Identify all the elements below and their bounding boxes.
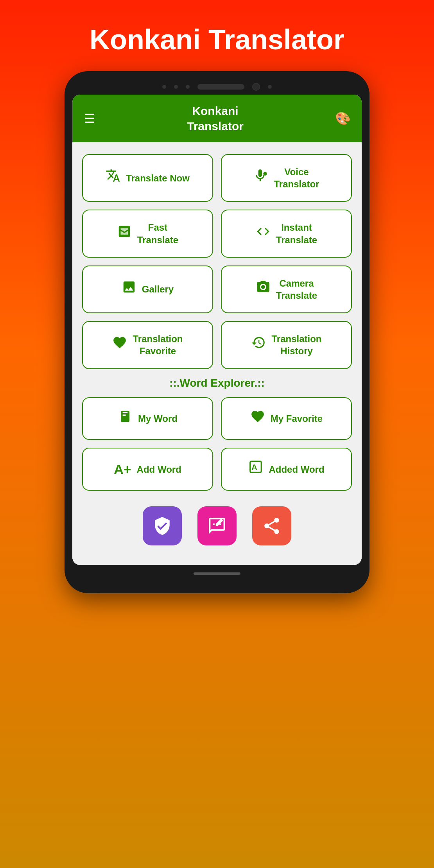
app-header: ☰ Konkani Translator 🎨 xyxy=(72,95,362,142)
added-word-button[interactable]: A Added Word xyxy=(221,448,352,491)
button-row-3: Gallery CameraTranslate xyxy=(82,265,352,313)
header-title: Konkani Translator xyxy=(187,103,244,134)
my-favorite-button[interactable]: My Favorite xyxy=(221,397,352,440)
phone-screen: ☰ Konkani Translator 🎨 Translate Now xyxy=(72,95,362,565)
phone-bottom-bar xyxy=(72,570,362,577)
fast-translate-label: FastTranslate xyxy=(137,221,178,246)
gallery-button[interactable]: Gallery xyxy=(82,265,213,313)
button-row-2: FastTranslate InstantTranslate xyxy=(82,210,352,257)
voice-icon xyxy=(253,168,268,188)
button-row-5: My Word My Favorite xyxy=(82,397,352,440)
camera-icon xyxy=(256,280,271,299)
instant-translate-icon xyxy=(256,224,271,244)
svg-point-0 xyxy=(264,172,267,176)
bottom-action-bar xyxy=(82,499,352,553)
phone-camera xyxy=(252,83,260,91)
added-word-icon: A xyxy=(248,459,263,479)
button-row-4: TranslationFavorite TranslationHistory xyxy=(82,321,352,369)
my-word-button[interactable]: My Word xyxy=(82,397,213,440)
translate-icon xyxy=(106,168,120,188)
camera-translate-button[interactable]: CameraTranslate xyxy=(221,265,352,313)
history-icon xyxy=(251,335,266,355)
button-row-1: Translate Now VoiceTranslator xyxy=(82,154,352,202)
fast-translate-button[interactable]: FastTranslate xyxy=(82,210,213,257)
phone-dot1 xyxy=(162,85,166,89)
translation-history-label: TranslationHistory xyxy=(271,333,321,357)
gallery-label: Gallery xyxy=(142,283,174,295)
page-title: Konkani Translator xyxy=(90,23,344,56)
app-content: Translate Now VoiceTranslator xyxy=(72,142,362,565)
fast-translate-icon xyxy=(117,224,132,244)
button-row-6: A+ Add Word A Added Word xyxy=(82,448,352,491)
translation-favorite-label: TranslationFavorite xyxy=(133,333,183,357)
translate-now-button[interactable]: Translate Now xyxy=(82,154,213,202)
voice-translator-label: VoiceTranslator xyxy=(274,166,319,190)
instant-translate-button[interactable]: InstantTranslate xyxy=(221,210,352,257)
translate-now-label: Translate Now xyxy=(126,172,190,184)
add-word-icon: A+ xyxy=(114,461,131,478)
instant-translate-label: InstantTranslate xyxy=(276,221,317,246)
palette-icon[interactable]: 🎨 xyxy=(335,111,350,126)
share-button[interactable] xyxy=(252,506,291,545)
camera-translate-label: CameraTranslate xyxy=(276,277,317,301)
svg-text:A: A xyxy=(251,463,257,472)
add-word-button[interactable]: A+ Add Word xyxy=(82,448,213,491)
translation-history-button[interactable]: TranslationHistory xyxy=(221,321,352,369)
phone-dot2 xyxy=(174,85,178,89)
gallery-icon xyxy=(122,280,136,299)
my-word-icon xyxy=(118,409,133,429)
phone-dot4 xyxy=(268,85,272,89)
added-word-label: Added Word xyxy=(269,463,324,475)
phone-dot3 xyxy=(186,85,190,89)
home-indicator xyxy=(194,572,240,575)
hamburger-icon[interactable]: ☰ xyxy=(84,111,95,126)
phone-top-bar xyxy=(72,83,362,91)
favorite-icon xyxy=(112,335,127,355)
add-word-label: Add Word xyxy=(137,463,181,475)
word-explorer-title: ::.Word Explorer.:: xyxy=(82,377,352,389)
translation-favorite-button[interactable]: TranslationFavorite xyxy=(82,321,213,369)
privacy-button[interactable] xyxy=(143,506,182,545)
phone-speaker xyxy=(197,84,244,90)
my-favorite-label: My Favorite xyxy=(271,412,323,425)
my-word-label: My Word xyxy=(138,412,178,425)
my-favorite-icon xyxy=(250,409,265,429)
voice-translator-button[interactable]: VoiceTranslator xyxy=(221,154,352,202)
phone-device: ☰ Konkani Translator 🎨 Translate Now xyxy=(65,71,369,593)
message-button[interactable] xyxy=(197,506,237,545)
